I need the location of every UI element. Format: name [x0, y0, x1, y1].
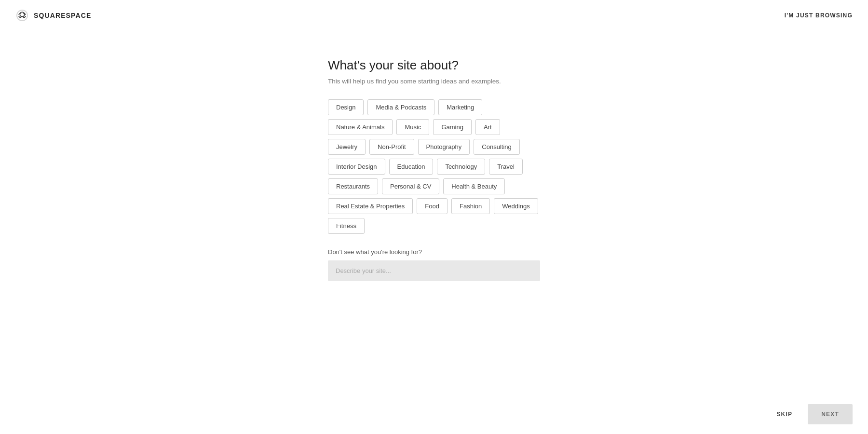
logo-text: SQUARESPACE	[34, 12, 91, 19]
tag-fashion[interactable]: Fashion	[451, 198, 490, 214]
footer-actions: SKIP NEXT	[0, 394, 868, 434]
page-title: What's your site about?	[328, 58, 540, 73]
tag-media-podcasts[interactable]: Media & Podcasts	[367, 99, 434, 115]
dont-see-label: Don't see what you're looking for?	[328, 248, 540, 256]
page-subtitle: This will help us find you some starting…	[328, 78, 540, 85]
header: SQUARESPACE I'M JUST BROWSING	[0, 0, 868, 31]
tag-interior-design[interactable]: Interior Design	[328, 159, 385, 175]
tag-real-estate[interactable]: Real Estate & Properties	[328, 198, 413, 214]
tag-jewelry[interactable]: Jewelry	[328, 139, 366, 155]
tag-technology[interactable]: Technology	[437, 159, 485, 175]
tag-weddings[interactable]: Weddings	[494, 198, 538, 214]
tag-travel[interactable]: Travel	[489, 159, 523, 175]
tag-personal-cv[interactable]: Personal & CV	[382, 178, 439, 194]
logo-area: SQUARESPACE	[15, 9, 91, 22]
describe-input[interactable]	[328, 260, 540, 281]
tags-container: DesignMedia & PodcastsMarketingNature & …	[328, 99, 540, 234]
tag-health-beauty[interactable]: Health & Beauty	[443, 178, 505, 194]
tag-education[interactable]: Education	[389, 159, 434, 175]
tag-food[interactable]: Food	[417, 198, 448, 214]
just-browsing-link[interactable]: I'M JUST BROWSING	[785, 12, 853, 19]
tag-consulting[interactable]: Consulting	[474, 139, 519, 155]
tag-nature-animals[interactable]: Nature & Animals	[328, 119, 393, 135]
tag-marketing[interactable]: Marketing	[438, 99, 482, 115]
tag-design[interactable]: Design	[328, 99, 364, 115]
tag-non-profit[interactable]: Non-Profit	[369, 139, 414, 155]
tag-fitness[interactable]: Fitness	[328, 218, 365, 234]
tag-art[interactable]: Art	[475, 119, 500, 135]
main-content: What's your site about? This will help u…	[0, 0, 868, 329]
tag-gaming[interactable]: Gaming	[433, 119, 472, 135]
tag-music[interactable]: Music	[396, 119, 429, 135]
skip-button[interactable]: SKIP	[767, 405, 802, 423]
next-button[interactable]: NEXT	[808, 404, 853, 424]
squarespace-logo-icon	[15, 9, 29, 22]
tag-restaurants[interactable]: Restaurants	[328, 178, 378, 194]
tag-photography[interactable]: Photography	[418, 139, 470, 155]
question-container: What's your site about? This will help u…	[328, 58, 540, 281]
